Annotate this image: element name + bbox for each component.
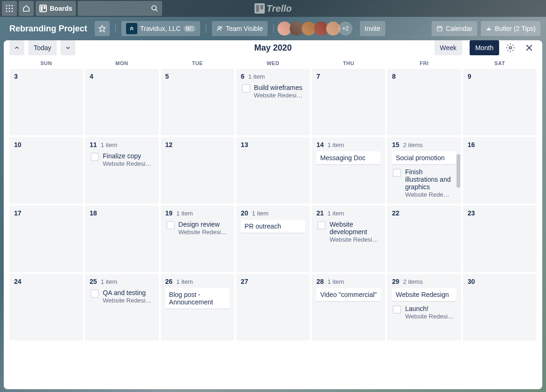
calendar-card[interactable]: Video "commercial" [316, 288, 381, 301]
day-number: 20 [241, 209, 248, 217]
boards-button[interactable]: Boards [36, 1, 76, 16]
calendar-checkitem[interactable]: Design reviewWebsite Redesi… [165, 220, 230, 236]
svg-point-3 [6, 8, 7, 9]
day-number: 23 [468, 209, 475, 217]
calendar-cell[interactable]: 141 itemMessaging Doc [312, 137, 385, 204]
day-number: 10 [14, 141, 22, 148]
calendar-card[interactable]: Messaging Doc [316, 151, 381, 164]
calendar-cell[interactable]: 261 itemBlog post - Announcement [161, 274, 234, 340]
board-title[interactable]: Rebranding Project [6, 24, 91, 34]
avatar-overflow[interactable]: +2 [338, 22, 352, 36]
calendar-checkitem[interactable]: Website developmentWebsite Redesi… [316, 220, 381, 243]
calendar-cell[interactable]: 191 itemDesign reviewWebsite Redesi… [161, 206, 234, 272]
card-title: Design review [179, 221, 230, 228]
star-button[interactable] [95, 21, 110, 36]
calendar-cell[interactable]: 3 [9, 69, 83, 135]
week-button[interactable]: Week [434, 40, 463, 55]
calendar-checkitem[interactable]: Finalize copyWebsite Redesi… [90, 151, 154, 167]
calendar-title: May 2020 [254, 43, 292, 53]
item-count: 1 item [176, 278, 193, 285]
calendar-cell[interactable]: 22 [387, 206, 461, 272]
month-button[interactable]: Month [470, 40, 499, 55]
team-button[interactable]: Travidux, LLC BC [121, 21, 200, 36]
calendar-card[interactable]: Social promotion [392, 151, 456, 164]
item-count: 1 item [328, 210, 344, 217]
card-subtitle: Website Rede… [405, 191, 456, 198]
svg-rect-14 [254, 3, 264, 14]
today-button[interactable]: Today [28, 40, 57, 55]
day-number: 9 [468, 73, 471, 80]
calendar-cell[interactable]: 4 [85, 69, 158, 135]
apps-button[interactable] [2, 1, 17, 16]
item-count: 1 item [101, 278, 117, 285]
day-number: 8 [392, 73, 396, 80]
calendar-cell[interactable]: 211 itemWebsite developmentWebsite Redes… [312, 206, 385, 272]
calendar-cell[interactable]: 18 [85, 206, 158, 272]
search-input[interactable] [78, 1, 162, 16]
calendar-cell[interactable]: 13 [236, 137, 310, 204]
calendar-cell[interactable]: 292 itemsWebsite RedesignLaunch!Website … [387, 274, 461, 340]
svg-rect-11 [44, 6, 45, 9]
card-title: Launch! [405, 305, 456, 312]
calendar-cell[interactable]: 7 [312, 69, 385, 135]
calendar-cell[interactable]: 281 itemVideo "commercial" [312, 274, 385, 340]
calendar-checkitem[interactable]: Finish illustrations and graphicsWebsite… [392, 167, 456, 198]
day-number: 26 [165, 278, 173, 285]
calendar-cell[interactable]: 251 itemQA and testingWebsite Redesi… [85, 274, 158, 340]
calendar-cell[interactable]: 10 [9, 137, 83, 204]
calendar-button[interactable]: Calendar [432, 21, 477, 36]
trello-logo[interactable]: Trello [254, 3, 292, 14]
calendar-card[interactable]: Blog post - Announcement [165, 288, 230, 309]
calendar-cell[interactable]: 8 [387, 69, 461, 135]
calendar-cell[interactable]: 5 [161, 69, 234, 135]
visibility-button[interactable]: Team Visible [212, 21, 268, 36]
home-button[interactable] [19, 1, 34, 16]
calendar-cell[interactable]: 201 itemPR outreach [236, 206, 310, 272]
boards-label: Boards [50, 5, 72, 12]
calendar-cell[interactable]: 17 [9, 206, 83, 272]
calendar-cell[interactable]: 61 itemBuild wireframesWebsite Redesi… [236, 69, 310, 135]
view-toggle: Week Month [434, 40, 499, 55]
calendar-toolbar: Today May 2020 Week Month [4, 40, 542, 56]
member-avatars[interactable]: +2 [279, 22, 352, 36]
day-number: 18 [90, 209, 97, 217]
gear-icon [506, 43, 515, 52]
scrollbar[interactable] [456, 154, 460, 188]
calendar-checkitem[interactable]: Launch!Website Redesi… [392, 304, 456, 320]
day-number: 29 [392, 278, 399, 285]
svg-line-13 [156, 9, 157, 11]
day-header: SAT [463, 60, 537, 66]
calendar-card[interactable]: Website Redesign [392, 288, 456, 301]
prev-button[interactable] [9, 40, 24, 55]
people-icon [217, 25, 223, 32]
card-subtitle: Website Redesi… [103, 160, 154, 167]
card-subtitle: Website Redesi… [329, 236, 381, 243]
close-button[interactable] [522, 40, 537, 55]
calendar-cell[interactable]: 27 [236, 274, 310, 340]
day-number: 25 [90, 278, 97, 285]
card-title: Website development [329, 221, 381, 236]
calendar-checkitem[interactable]: QA and testingWebsite Redesi… [90, 288, 154, 304]
next-button[interactable] [60, 40, 75, 55]
calendar-cell[interactable]: 24 [9, 274, 83, 340]
calendar-cell[interactable]: 12 [161, 137, 234, 204]
card-subtitle: Website Redesi… [405, 313, 456, 320]
calendar-cell[interactable]: 111 itemFinalize copyWebsite Redesi… [85, 137, 158, 204]
calendar-cell[interactable]: 152 itemsSocial promotionFinish illustra… [387, 137, 461, 204]
settings-button[interactable] [503, 40, 518, 55]
svg-point-1 [9, 5, 10, 7]
calendar-cell[interactable]: 16 [463, 137, 537, 204]
invite-button[interactable]: Invite [360, 21, 385, 36]
calendar-card[interactable]: PR outreach [241, 220, 305, 233]
day-header: THU [312, 60, 385, 66]
day-header: SUN [9, 60, 83, 66]
day-number: 28 [316, 278, 324, 285]
calendar-cell[interactable]: 9 [463, 69, 537, 135]
day-number: 11 [90, 141, 97, 148]
butler-button[interactable]: Butler (2 Tips) [481, 21, 540, 36]
calendar-cell[interactable]: 30 [463, 274, 537, 340]
day-number: 27 [241, 278, 248, 285]
card-title: Social promotion [396, 154, 452, 162]
calendar-cell[interactable]: 23 [463, 206, 537, 272]
calendar-checkitem[interactable]: Build wireframesWebsite Redesi… [241, 83, 305, 99]
